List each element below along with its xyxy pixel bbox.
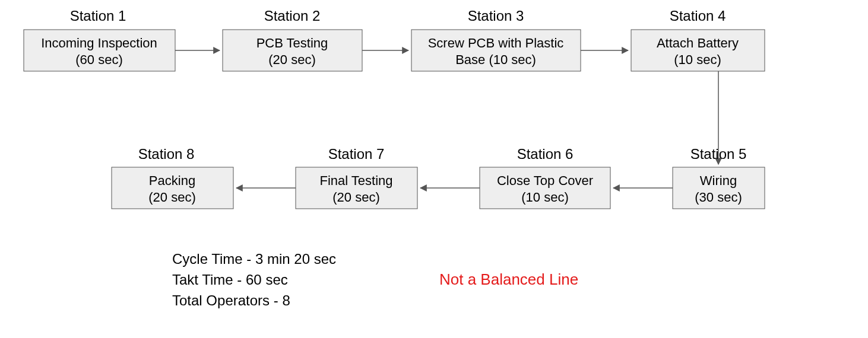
station-5-name: Wiring xyxy=(700,173,737,188)
station-2-label: Station 2 xyxy=(264,8,321,24)
station-4-name: Attach Battery xyxy=(657,36,739,50)
station-1-label: Station 1 xyxy=(70,8,126,24)
operators-text: Total Operators - 8 xyxy=(172,292,290,308)
station-4-time: (10 sec) xyxy=(674,52,721,67)
station-7-label: Station 7 xyxy=(328,146,385,162)
station-8-label: Station 8 xyxy=(138,146,195,162)
station-6-label: Station 6 xyxy=(517,146,574,162)
station-5-time: (30 sec) xyxy=(695,190,742,205)
station-6-name: Close Top Cover xyxy=(497,173,593,188)
station-6-time: (10 sec) xyxy=(521,190,568,205)
station-2-time: (20 sec) xyxy=(268,52,315,67)
station-7-name: Final Testing xyxy=(319,173,392,188)
takt-time-text: Takt Time - 60 sec xyxy=(172,272,288,288)
cycle-time-text: Cycle Time - 3 min 20 sec xyxy=(172,251,336,267)
station-3-name: Screw PCB with Plastic xyxy=(428,36,564,50)
station-7-time: (20 sec) xyxy=(332,190,379,205)
balance-warning: Not a Balanced Line xyxy=(439,270,578,288)
station-8-time: (20 sec) xyxy=(148,190,195,205)
station-3-time: Base (10 sec) xyxy=(455,52,536,67)
process-flow-diagram: Station 1 Incoming Inspection (60 sec) S… xyxy=(0,0,868,338)
station-3-label: Station 3 xyxy=(468,8,524,24)
station-2-name: PCB Testing xyxy=(256,36,328,50)
station-1-name: Incoming Inspection xyxy=(41,36,157,50)
station-1-time: (60 sec) xyxy=(75,52,122,67)
station-8-name: Packing xyxy=(149,173,195,188)
station-4-label: Station 4 xyxy=(670,8,726,24)
station-5-label: Station 5 xyxy=(690,146,747,162)
